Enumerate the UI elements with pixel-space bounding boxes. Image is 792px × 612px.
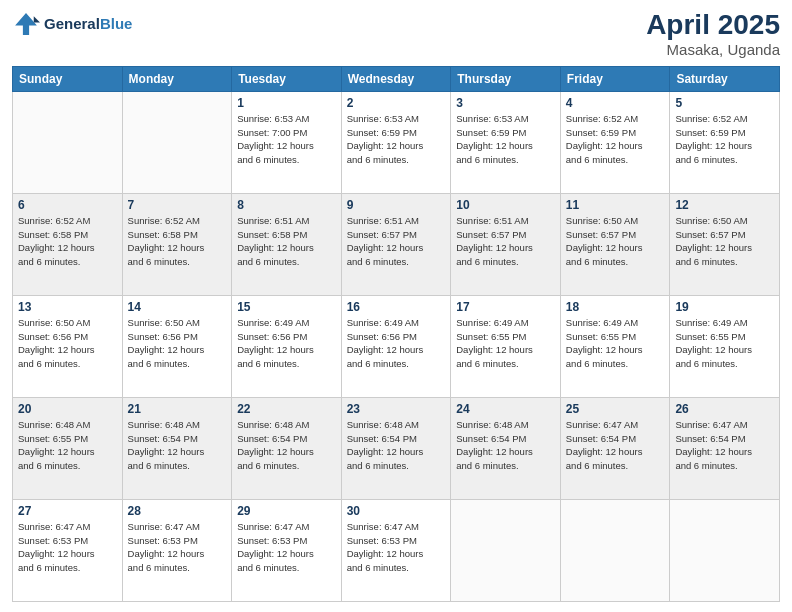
col-tuesday: Tuesday — [232, 66, 342, 91]
sunset-text: Sunset: 6:59 PM — [456, 126, 555, 140]
table-row: 10Sunrise: 6:51 AMSunset: 6:57 PMDayligh… — [451, 193, 561, 295]
daylight-text: Daylight: 12 hours — [237, 241, 336, 255]
day-detail: Sunrise: 6:50 AMSunset: 6:56 PMDaylight:… — [18, 316, 117, 371]
day-number: 4 — [566, 96, 665, 110]
day-detail: Sunrise: 6:50 AMSunset: 6:57 PMDaylight:… — [566, 214, 665, 269]
day-detail: Sunrise: 6:47 AMSunset: 6:54 PMDaylight:… — [675, 418, 774, 473]
day-number: 28 — [128, 504, 227, 518]
day-detail: Sunrise: 6:47 AMSunset: 6:53 PMDaylight:… — [237, 520, 336, 575]
col-saturday: Saturday — [670, 66, 780, 91]
daylight-text-cont: and 6 minutes. — [675, 153, 774, 167]
sunrise-text: Sunrise: 6:50 AM — [128, 316, 227, 330]
sunrise-text: Sunrise: 6:51 AM — [237, 214, 336, 228]
sunset-text: Sunset: 6:57 PM — [675, 228, 774, 242]
sunset-text: Sunset: 6:56 PM — [128, 330, 227, 344]
day-detail: Sunrise: 6:48 AMSunset: 6:54 PMDaylight:… — [237, 418, 336, 473]
daylight-text-cont: and 6 minutes. — [675, 357, 774, 371]
day-detail: Sunrise: 6:51 AMSunset: 6:57 PMDaylight:… — [456, 214, 555, 269]
col-monday: Monday — [122, 66, 232, 91]
table-row — [670, 499, 780, 601]
daylight-text-cont: and 6 minutes. — [128, 561, 227, 575]
day-detail: Sunrise: 6:52 AMSunset: 6:58 PMDaylight:… — [18, 214, 117, 269]
sunset-text: Sunset: 6:55 PM — [18, 432, 117, 446]
sunrise-text: Sunrise: 6:51 AM — [347, 214, 446, 228]
daylight-text-cont: and 6 minutes. — [128, 255, 227, 269]
daylight-text-cont: and 6 minutes. — [237, 561, 336, 575]
day-detail: Sunrise: 6:51 AMSunset: 6:57 PMDaylight:… — [347, 214, 446, 269]
daylight-text-cont: and 6 minutes. — [18, 255, 117, 269]
sunrise-text: Sunrise: 6:47 AM — [18, 520, 117, 534]
sunrise-text: Sunrise: 6:53 AM — [237, 112, 336, 126]
sunrise-text: Sunrise: 6:47 AM — [347, 520, 446, 534]
daylight-text: Daylight: 12 hours — [347, 139, 446, 153]
daylight-text: Daylight: 12 hours — [675, 241, 774, 255]
col-sunday: Sunday — [13, 66, 123, 91]
sunset-text: Sunset: 6:54 PM — [347, 432, 446, 446]
sunset-text: Sunset: 6:55 PM — [566, 330, 665, 344]
day-detail: Sunrise: 6:51 AMSunset: 6:58 PMDaylight:… — [237, 214, 336, 269]
sunrise-text: Sunrise: 6:49 AM — [237, 316, 336, 330]
sunset-text: Sunset: 6:56 PM — [18, 330, 117, 344]
table-row: 20Sunrise: 6:48 AMSunset: 6:55 PMDayligh… — [13, 397, 123, 499]
col-thursday: Thursday — [451, 66, 561, 91]
day-detail: Sunrise: 6:47 AMSunset: 6:54 PMDaylight:… — [566, 418, 665, 473]
table-row: 12Sunrise: 6:50 AMSunset: 6:57 PMDayligh… — [670, 193, 780, 295]
daylight-text: Daylight: 12 hours — [237, 547, 336, 561]
sunset-text: Sunset: 6:56 PM — [347, 330, 446, 344]
sunrise-text: Sunrise: 6:47 AM — [566, 418, 665, 432]
sunrise-text: Sunrise: 6:52 AM — [18, 214, 117, 228]
table-row: 27Sunrise: 6:47 AMSunset: 6:53 PMDayligh… — [13, 499, 123, 601]
sunrise-text: Sunrise: 6:49 AM — [456, 316, 555, 330]
table-row: 19Sunrise: 6:49 AMSunset: 6:55 PMDayligh… — [670, 295, 780, 397]
sunset-text: Sunset: 6:58 PM — [18, 228, 117, 242]
day-number: 29 — [237, 504, 336, 518]
table-row: 13Sunrise: 6:50 AMSunset: 6:56 PMDayligh… — [13, 295, 123, 397]
daylight-text-cont: and 6 minutes. — [456, 153, 555, 167]
day-number: 21 — [128, 402, 227, 416]
daylight-text-cont: and 6 minutes. — [456, 255, 555, 269]
sunset-text: Sunset: 6:54 PM — [675, 432, 774, 446]
sunrise-text: Sunrise: 6:52 AM — [675, 112, 774, 126]
sunrise-text: Sunrise: 6:47 AM — [128, 520, 227, 534]
sunset-text: Sunset: 6:53 PM — [237, 534, 336, 548]
daylight-text: Daylight: 12 hours — [18, 547, 117, 561]
table-row: 23Sunrise: 6:48 AMSunset: 6:54 PMDayligh… — [341, 397, 451, 499]
table-row: 11Sunrise: 6:50 AMSunset: 6:57 PMDayligh… — [560, 193, 670, 295]
col-wednesday: Wednesday — [341, 66, 451, 91]
daylight-text-cont: and 6 minutes. — [18, 561, 117, 575]
table-row: 24Sunrise: 6:48 AMSunset: 6:54 PMDayligh… — [451, 397, 561, 499]
day-detail: Sunrise: 6:50 AMSunset: 6:57 PMDaylight:… — [675, 214, 774, 269]
day-number: 6 — [18, 198, 117, 212]
day-detail: Sunrise: 6:48 AMSunset: 6:54 PMDaylight:… — [456, 418, 555, 473]
logo-blue: Blue — [100, 15, 133, 32]
daylight-text-cont: and 6 minutes. — [566, 459, 665, 473]
day-detail: Sunrise: 6:47 AMSunset: 6:53 PMDaylight:… — [18, 520, 117, 575]
table-row: 29Sunrise: 6:47 AMSunset: 6:53 PMDayligh… — [232, 499, 342, 601]
day-number: 9 — [347, 198, 446, 212]
daylight-text-cont: and 6 minutes. — [675, 255, 774, 269]
daylight-text: Daylight: 12 hours — [566, 343, 665, 357]
daylight-text-cont: and 6 minutes. — [566, 153, 665, 167]
sunset-text: Sunset: 6:58 PM — [237, 228, 336, 242]
calendar-location: Masaka, Uganda — [646, 41, 780, 58]
day-detail: Sunrise: 6:50 AMSunset: 6:56 PMDaylight:… — [128, 316, 227, 371]
daylight-text-cont: and 6 minutes. — [347, 255, 446, 269]
calendar-row: 6Sunrise: 6:52 AMSunset: 6:58 PMDaylight… — [13, 193, 780, 295]
table-row: 6Sunrise: 6:52 AMSunset: 6:58 PMDaylight… — [13, 193, 123, 295]
calendar-title: April 2025 — [646, 10, 780, 41]
calendar-row: 20Sunrise: 6:48 AMSunset: 6:55 PMDayligh… — [13, 397, 780, 499]
title-block: April 2025 Masaka, Uganda — [646, 10, 780, 58]
table-row: 1Sunrise: 6:53 AMSunset: 7:00 PMDaylight… — [232, 91, 342, 193]
daylight-text: Daylight: 12 hours — [128, 343, 227, 357]
daylight-text-cont: and 6 minutes. — [347, 153, 446, 167]
table-row: 8Sunrise: 6:51 AMSunset: 6:58 PMDaylight… — [232, 193, 342, 295]
sunrise-text: Sunrise: 6:48 AM — [456, 418, 555, 432]
sunrise-text: Sunrise: 6:49 AM — [566, 316, 665, 330]
daylight-text-cont: and 6 minutes. — [347, 561, 446, 575]
logo-text: GeneralBlue — [44, 16, 132, 33]
day-detail: Sunrise: 6:49 AMSunset: 6:55 PMDaylight:… — [456, 316, 555, 371]
table-row — [451, 499, 561, 601]
sunrise-text: Sunrise: 6:53 AM — [456, 112, 555, 126]
daylight-text-cont: and 6 minutes. — [237, 255, 336, 269]
table-row — [122, 91, 232, 193]
